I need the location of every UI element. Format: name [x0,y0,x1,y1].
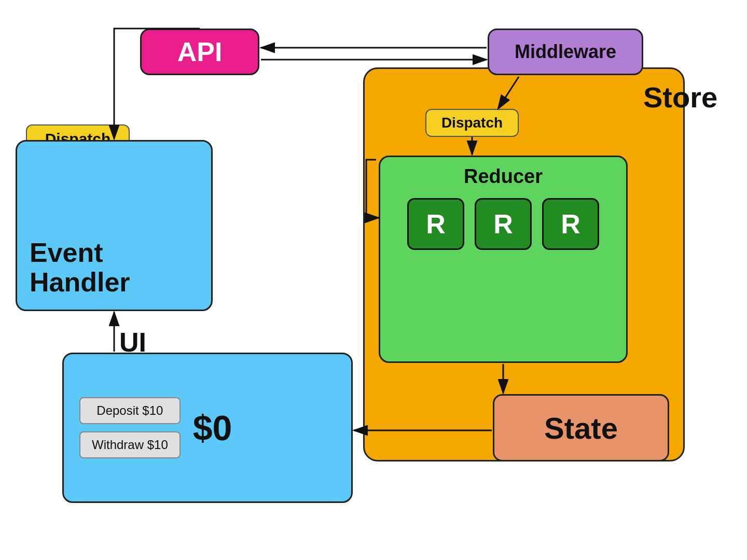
ui-box: Deposit $10 Withdraw $10 $0 [62,353,353,503]
store-label: Store [643,80,717,114]
ui-balance: $0 [193,408,232,448]
r-box-2: R [475,198,532,250]
reducer-box: Reducer R R R [379,156,628,363]
r-box-1: R [407,198,464,250]
api-label: API [177,36,223,67]
dispatch-store-label: Dispatch [441,115,503,131]
event-handler-label: Event Handler [30,238,199,297]
middleware-label: Middleware [515,41,616,63]
ui-buttons: Deposit $10 Withdraw $10 [79,397,181,458]
reducer-label: Reducer [464,165,543,188]
r-boxes: R R R [405,198,602,250]
diagram: Store Middleware API Dispatch Reducer R … [0,0,747,560]
deposit-button[interactable]: Deposit $10 [79,397,181,424]
r-box-3: R [542,198,599,250]
api-box: API [140,29,259,75]
dispatch-store-badge: Dispatch [425,109,519,137]
state-box: State [493,394,669,461]
event-handler-box: Event Handler [16,140,213,311]
withdraw-button[interactable]: Withdraw $10 [79,431,181,458]
state-label: State [544,411,618,445]
middleware-box: Middleware [488,29,643,75]
